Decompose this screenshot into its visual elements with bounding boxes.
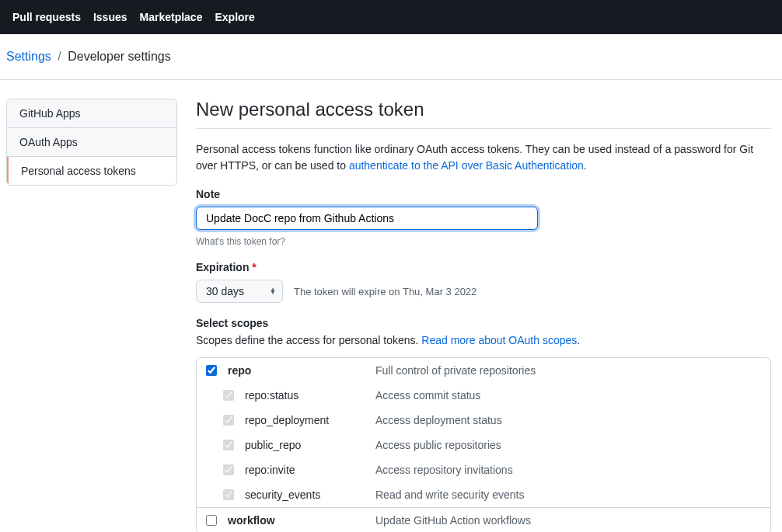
scope-row-public-repo: public_repo Access public repositories [197, 433, 770, 457]
breadcrumb-separator: / [54, 50, 64, 63]
breadcrumb-settings[interactable]: Settings [6, 50, 51, 63]
scopes-label: Select scopes [196, 317, 771, 329]
scope-name: repo:invite [245, 464, 295, 476]
expiration-note: The token will expire on Thu, Mar 3 2022 [294, 286, 477, 297]
scope-row-repo-invite: repo:invite Access repository invitation… [197, 457, 770, 482]
scope-row-security-events: security_events Read and write security … [197, 482, 770, 507]
note-label: Note [196, 188, 771, 200]
scope-row-repo-deployment: repo_deployment Access deployment status [197, 408, 770, 433]
main-content: New personal access token Personal acces… [196, 99, 771, 532]
note-input[interactable] [196, 207, 538, 230]
nav-marketplace[interactable]: Marketplace [140, 11, 203, 23]
scope-checkbox-workflow[interactable] [206, 515, 217, 526]
page-title: New personal access token [196, 99, 771, 129]
scope-desc: Access commit status [375, 389, 761, 402]
scope-name: public_repo [245, 439, 301, 451]
nav-pull-requests[interactable]: Pull requests [12, 11, 81, 23]
top-nav: Pull requests Issues Marketplace Explore [0, 0, 782, 34]
scope-group-repo: repo Full control of private repositorie… [197, 358, 770, 508]
scope-name: repo [228, 364, 251, 377]
scope-checkbox-repo-deployment[interactable] [223, 415, 234, 426]
scope-row-repo-status: repo:status Access commit status [197, 383, 770, 408]
scope-row-repo: repo Full control of private repositorie… [197, 358, 770, 383]
expiration-select[interactable]: 30 days ▲▼ [196, 280, 283, 303]
scope-desc: Read and write security events [375, 489, 761, 501]
nav-explore[interactable]: Explore [215, 11, 254, 23]
scopes-intro: Scopes define the access for personal to… [196, 334, 771, 346]
sidebar: GitHub Apps OAuth Apps Personal access t… [6, 99, 177, 532]
scope-row-workflow: workflow Update GitHub Action workflows [197, 508, 770, 532]
scope-desc: Full control of private repositories [375, 364, 761, 377]
scope-name: repo_deployment [245, 414, 329, 426]
scope-checkbox-repo-status[interactable] [223, 390, 234, 401]
scope-checkbox-repo-invite[interactable] [223, 464, 234, 475]
scope-name: repo:status [245, 389, 298, 402]
scope-name: security_events [245, 489, 320, 501]
intro-text: Personal access tokens function like ord… [196, 141, 771, 174]
sidebar-item-github-apps[interactable]: GitHub Apps [7, 99, 176, 128]
required-asterisk: * [252, 261, 256, 273]
expiration-label: Expiration * [196, 261, 771, 273]
scope-checkbox-repo[interactable] [206, 365, 217, 376]
breadcrumb-current: Developer settings [68, 50, 171, 63]
scopes-link[interactable]: Read more about OAuth scopes [421, 334, 577, 346]
scope-desc: Access deployment status [375, 414, 761, 426]
scopes-box: repo Full control of private repositorie… [196, 357, 771, 532]
nav-issues[interactable]: Issues [93, 11, 127, 23]
scope-name: workflow [228, 514, 275, 527]
intro-link-auth[interactable]: authenticate to the API over Basic Authe… [349, 159, 584, 172]
breadcrumb: Settings / Developer settings [0, 34, 782, 80]
scope-checkbox-security-events[interactable] [223, 489, 234, 500]
chevron-updown-icon: ▲▼ [270, 288, 276, 294]
scope-desc: Access public repositories [375, 439, 761, 451]
scope-desc: Update GitHub Action workflows [375, 514, 761, 527]
scope-group-workflow: workflow Update GitHub Action workflows [197, 508, 770, 532]
note-hint: What's this token for? [196, 236, 771, 247]
scope-checkbox-public-repo[interactable] [223, 440, 234, 450]
sidebar-item-oauth-apps[interactable]: OAuth Apps [7, 128, 176, 157]
scope-desc: Access repository invitations [375, 464, 761, 476]
sidebar-item-personal-access-tokens[interactable]: Personal access tokens [7, 157, 176, 185]
sidebar-menu: GitHub Apps OAuth Apps Personal access t… [6, 99, 177, 186]
